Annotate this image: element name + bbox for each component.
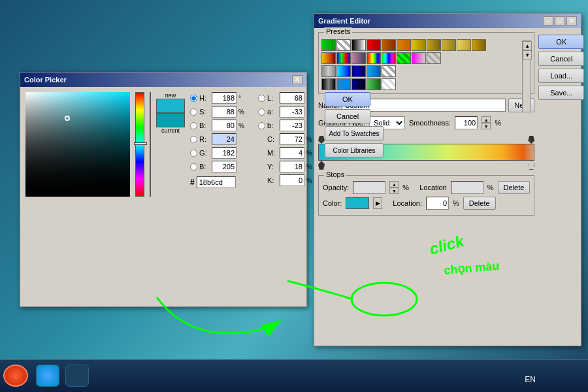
l-input[interactable] (280, 92, 304, 104)
cp-ok-button[interactable]: OK (325, 92, 370, 106)
opacity-down-btn[interactable]: ▼ (389, 188, 399, 194)
b2-row: B: (190, 161, 249, 172)
preset-15[interactable] (367, 52, 381, 64)
k-input[interactable] (280, 174, 304, 186)
g-radio[interactable] (190, 150, 197, 157)
a-radio[interactable] (258, 108, 265, 116)
preset-10[interactable] (457, 39, 471, 51)
smoothness-input[interactable] (455, 116, 478, 129)
preset-1[interactable] (321, 39, 336, 51)
hue-row: H: ° (190, 92, 249, 104)
b3-radio[interactable] (258, 122, 265, 129)
sv-picker[interactable] (25, 92, 130, 197)
s-input[interactable] (212, 106, 237, 118)
ge-ok-button[interactable]: OK (538, 35, 584, 49)
preset-29[interactable] (382, 78, 396, 90)
hex-input[interactable] (197, 176, 236, 188)
preset-11[interactable] (472, 39, 486, 51)
preset-23[interactable] (367, 65, 381, 77)
b3-input[interactable] (280, 120, 304, 131)
color-swatch[interactable] (346, 197, 369, 209)
minimize-button[interactable]: ─ (543, 16, 553, 25)
m-input[interactable] (280, 147, 304, 159)
l-radio[interactable] (258, 95, 265, 102)
color-libraries-button[interactable]: Color Libraries (325, 143, 384, 157)
opacity-delete-button[interactable]: Delete (498, 181, 531, 194)
preset-25[interactable] (321, 78, 336, 90)
opacity-pct: % (402, 184, 409, 191)
preset-20[interactable] (321, 65, 336, 77)
preset-26[interactable] (336, 78, 351, 90)
ge-save-button[interactable]: Save... (538, 86, 584, 100)
preset-14[interactable] (351, 52, 366, 64)
preset-27[interactable] (351, 78, 366, 90)
preset-9[interactable] (442, 39, 456, 51)
taskbar: EN (0, 359, 588, 392)
cp-close-button[interactable]: ✕ (292, 75, 302, 84)
b3-row: b: (258, 120, 317, 131)
preset-24[interactable] (382, 65, 396, 77)
r-radio[interactable] (190, 136, 197, 143)
close-button[interactable]: ✕ (566, 16, 577, 25)
hue-radio[interactable] (190, 95, 197, 102)
y-input[interactable] (280, 161, 304, 172)
preset-22[interactable] (351, 65, 366, 77)
preset-2[interactable] (336, 39, 351, 51)
c-input[interactable] (280, 133, 304, 145)
preset-3[interactable] (351, 39, 366, 51)
opacity-stop-right[interactable] (528, 136, 534, 144)
b2-input[interactable] (212, 161, 237, 172)
add-to-swatches-button[interactable]: Add To Swatches (325, 126, 384, 140)
color-location-input[interactable] (426, 197, 449, 210)
b-label: B: (199, 122, 210, 129)
preset-4[interactable] (367, 39, 381, 51)
preset-16[interactable] (382, 52, 396, 64)
preset-7[interactable] (412, 39, 426, 51)
scroll-up-arrow[interactable]: ▲ (523, 41, 532, 50)
smoothness-down-btn[interactable]: ▼ (482, 123, 491, 129)
preset-8[interactable] (427, 39, 441, 51)
preset-6[interactable] (397, 39, 411, 51)
maximize-button[interactable]: □ (555, 16, 565, 25)
preset-5[interactable] (382, 39, 396, 51)
opacity-stop-left[interactable] (318, 136, 325, 144)
hue-bar[interactable] (135, 92, 144, 197)
g-input[interactable] (212, 147, 237, 159)
preset-13[interactable] (336, 52, 351, 64)
color-row: Color: ▶ Location: % Delete (323, 197, 530, 210)
color-location-label: Location: (393, 199, 422, 207)
color-arrow-btn[interactable]: ▶ (373, 197, 382, 209)
r-row: R: (190, 133, 249, 145)
cp-cancel-button[interactable]: Cancel (325, 109, 370, 123)
preset-12[interactable] (321, 52, 336, 64)
hue-cursor (134, 142, 147, 145)
ge-load-button[interactable]: Load... (538, 69, 584, 83)
preset-17[interactable] (397, 52, 411, 64)
preset-21[interactable] (336, 65, 351, 77)
preset-28[interactable] (367, 78, 381, 90)
presets-scrollbar[interactable]: ▲ ▼ (522, 41, 531, 112)
opacity-up-btn[interactable]: ▲ (389, 181, 399, 188)
k-unit: % (306, 177, 317, 184)
b2-radio[interactable] (190, 163, 197, 171)
taskbar-icon-chrome[interactable] (36, 365, 59, 387)
ge-cancel-button[interactable]: Cancel (538, 52, 584, 66)
smoothness-unit: % (495, 119, 501, 127)
scroll-down-arrow[interactable]: ▼ (523, 50, 532, 59)
b-radio[interactable] (190, 122, 197, 129)
opacity-location-input[interactable] (451, 181, 483, 194)
color-stop-0[interactable] (318, 161, 325, 170)
alpha-bar[interactable] (150, 92, 151, 197)
s-radio[interactable] (190, 108, 197, 116)
h-input[interactable] (212, 92, 237, 104)
smoothness-up-btn[interactable]: ▲ (482, 116, 491, 123)
r-input[interactable] (212, 133, 237, 145)
taskbar-icon-2[interactable] (65, 365, 89, 387)
b-input[interactable] (212, 120, 237, 131)
a-input[interactable] (280, 106, 304, 118)
preset-19[interactable] (427, 52, 441, 64)
start-button[interactable] (3, 365, 28, 387)
preset-18[interactable] (412, 52, 426, 64)
color-stop-end[interactable] (528, 161, 534, 170)
color-delete-button[interactable]: Delete (463, 197, 496, 210)
